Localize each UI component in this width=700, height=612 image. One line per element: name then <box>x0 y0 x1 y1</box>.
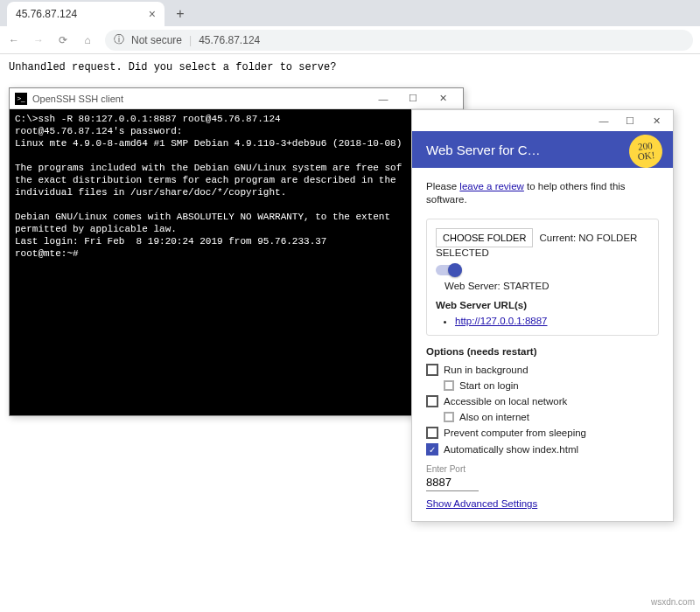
browser-tab-bar: 45.76.87.124 × + <box>0 0 700 26</box>
maximize-button[interactable]: ☐ <box>398 89 428 108</box>
ws-maximize-button[interactable]: ☐ <box>617 112 643 129</box>
page-content: Unhandled request. Did you select a fold… <box>0 54 700 80</box>
checkbox-icon[interactable] <box>426 427 438 439</box>
review-link[interactable]: leave a review <box>459 181 524 191</box>
webserver-titlebar[interactable]: — ☐ ✕ <box>412 110 673 131</box>
checkbox-icon[interactable] <box>444 412 454 422</box>
server-toggle[interactable] <box>436 265 462 275</box>
new-tab-button[interactable]: + <box>170 3 191 24</box>
ssh-window: >_ OpenSSH SSH client — ☐ ✕ C:\>ssh -R 8… <box>9 87 464 416</box>
reload-icon[interactable]: ⟳ <box>56 34 70 46</box>
not-secure-label: Not secure <box>131 34 182 46</box>
server-url-link[interactable]: http://127.0.0.1:8887 <box>455 316 548 326</box>
ws-minimize-button[interactable]: — <box>591 112 617 129</box>
watermark: wsxdn.com <box>651 597 695 607</box>
browser-tab[interactable]: 45.76.87.124 × <box>7 2 164 26</box>
option-auto-index[interactable]: ✓ Automatically show index.html <box>426 443 659 456</box>
review-pre: Please <box>426 181 459 191</box>
toggle-knob <box>448 263 462 277</box>
choose-folder-button[interactable]: CHOOSE FOLDER <box>436 228 533 247</box>
ssh-title-text: OpenSSH SSH client <box>32 94 123 104</box>
option-prevent-sleep[interactable]: Prevent computer from sleeping <box>426 427 659 439</box>
back-icon[interactable]: ← <box>7 34 21 46</box>
url-text: 45.76.87.124 <box>199 34 260 46</box>
browser-toolbar: ← → ⟳ ⌂ ⓘ Not secure | 45.76.87.124 <box>0 26 700 54</box>
checkbox-icon[interactable] <box>444 380 454 391</box>
terminal-icon: >_ <box>15 93 27 105</box>
url-list: http://127.0.0.1:8887 <box>436 316 649 326</box>
ok-badge-icon: 200 OK! <box>627 133 664 170</box>
info-icon[interactable]: ⓘ <box>114 32 124 47</box>
option-label: Run in background <box>444 365 528 375</box>
home-icon[interactable]: ⌂ <box>80 34 94 46</box>
ssh-titlebar[interactable]: >_ OpenSSH SSH client — ☐ ✕ <box>10 88 463 109</box>
webserver-title: Web Server for C… <box>426 143 541 157</box>
option-run-background[interactable]: Run in background <box>426 364 659 376</box>
webserver-body: Please leave a review to help others fin… <box>412 168 673 521</box>
option-local-network[interactable]: Accessible on local network <box>426 395 659 407</box>
port-label: Enter Port <box>426 464 659 474</box>
option-label: Start on login <box>459 380 519 391</box>
address-bar[interactable]: ⓘ Not secure | 45.76.87.124 <box>105 30 693 51</box>
minimize-button[interactable]: — <box>368 89 398 108</box>
review-text: Please leave a review to help others fin… <box>426 180 659 206</box>
option-label: Prevent computer from sleeping <box>444 428 586 438</box>
forward-icon[interactable]: → <box>32 34 46 46</box>
webserver-header: Web Server for C… 200 OK! <box>412 131 673 168</box>
tab-close-icon[interactable]: × <box>149 7 156 21</box>
port-input[interactable] <box>426 474 479 491</box>
option-label: Accessible on local network <box>444 396 567 407</box>
urls-heading: Web Server URL(s) <box>436 300 649 310</box>
option-also-internet[interactable]: Also on internet <box>444 412 659 422</box>
advanced-settings-link[interactable]: Show Advanced Settings <box>426 498 537 509</box>
checkbox-icon[interactable] <box>426 395 438 407</box>
separator: | <box>189 34 192 46</box>
folder-card: CHOOSE FOLDER Current: NO FOLDER SELECTE… <box>426 219 659 336</box>
page-text: Unhandled request. Did you select a fold… <box>9 61 336 73</box>
ws-close-button[interactable]: ✕ <box>643 112 669 129</box>
server-status: Web Server: STARTED <box>444 281 649 291</box>
checkbox-icon[interactable]: ✓ <box>426 443 438 456</box>
checkbox-icon[interactable] <box>426 364 438 376</box>
options-heading: Options (needs restart) <box>426 346 659 357</box>
tab-title: 45.76.87.124 <box>16 8 77 20</box>
option-label: Automatically show index.html <box>444 444 578 455</box>
ssh-terminal[interactable]: C:\>ssh -R 80:127.0.0.1:8887 root@45.76.… <box>10 109 463 415</box>
close-button[interactable]: ✕ <box>428 89 458 108</box>
option-label: Also on internet <box>459 412 529 422</box>
option-start-login[interactable]: Start on login <box>444 380 659 391</box>
webserver-window: — ☐ ✕ Web Server for C… 200 OK! Please l… <box>411 109 674 522</box>
